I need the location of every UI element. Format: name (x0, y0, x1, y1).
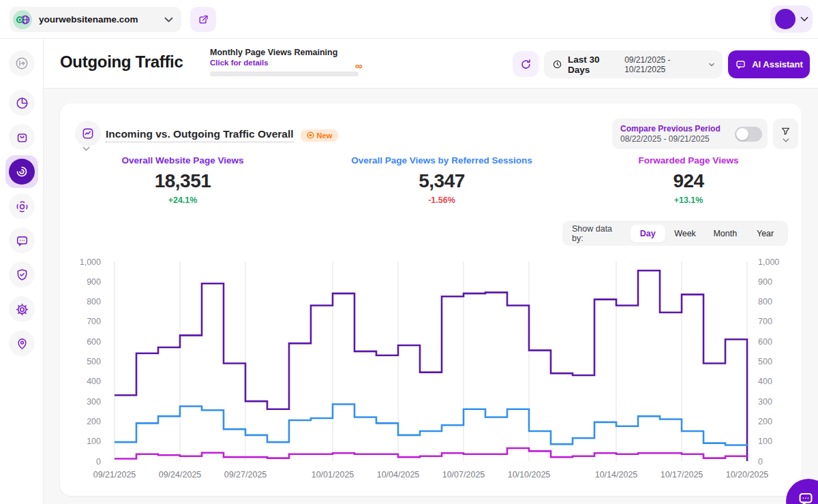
traffic-overview-card: Incoming vs. Outgoing Traffic Overall Ne… (60, 104, 802, 496)
refresh-icon (519, 58, 532, 71)
compare-toggle[interactable] (735, 127, 762, 142)
sidebar-item-settings[interactable] (9, 296, 35, 322)
svg-text:10/17/2025: 10/17/2025 (661, 470, 703, 479)
svg-text:300: 300 (87, 397, 101, 407)
quota-details-link[interactable]: Click for details (210, 59, 374, 67)
svg-text:900: 900 (87, 277, 101, 287)
chat-bubble-icon (15, 234, 29, 248)
website-name: yourwebsitename.com (39, 14, 138, 25)
page-title: Outgoing Traffic (60, 52, 183, 72)
website-favicon-icon (13, 10, 32, 29)
sidebar-item-analytics[interactable] (9, 90, 35, 116)
sidebar-item-messages[interactable] (9, 227, 35, 253)
stat-overall-page-views: Overall Website Page Views 18,351 +24.1% (80, 155, 285, 205)
badge-dot-icon (307, 131, 314, 139)
collapse-sidebar-icon (14, 56, 29, 71)
svg-text:200: 200 (87, 417, 101, 426)
svg-text:09/27/2025: 09/27/2025 (224, 470, 267, 479)
date-range-selector[interactable]: Last 30 Days 09/21/2025 - 10/21/2025 (544, 50, 723, 78)
chevron-down-icon (82, 146, 90, 151)
monthly-quota-label: Monthly Page Views Remaining (210, 48, 374, 57)
svg-text:800: 800 (87, 297, 101, 306)
svg-text:100: 100 (87, 437, 101, 446)
infinity-icon: ∞ (355, 60, 362, 72)
funnel-icon (780, 126, 791, 137)
sidebar-item-location[interactable] (9, 330, 35, 356)
monthly-quota: Monthly Page Views Remaining Click for d… (210, 48, 374, 76)
svg-text:700: 700 (87, 317, 101, 326)
stat-delta: -1.56% (339, 195, 544, 205)
refresh-button[interactable] (513, 51, 539, 77)
svg-text:10/20/2025: 10/20/2025 (726, 470, 769, 479)
svg-text:400: 400 (87, 377, 101, 386)
stat-forwarded-page-views: Forwarded Page Views 924 +13.1% (586, 155, 791, 205)
sidebar-item-collapse[interactable] (9, 50, 35, 76)
date-range-label: Last 30 Days (568, 54, 618, 75)
tab-month[interactable]: Month (705, 225, 745, 242)
tab-year[interactable]: Year (745, 225, 785, 242)
svg-text:10/10/2025: 10/10/2025 (508, 470, 551, 479)
sidebar-item-scan[interactable] (9, 193, 35, 219)
quota-progress-bar (210, 72, 359, 76)
tab-day[interactable]: Day (631, 225, 665, 242)
website-selector[interactable]: yourwebsitename.com (10, 7, 181, 32)
gear-icon (15, 302, 29, 317)
svg-text:700: 700 (758, 317, 772, 326)
svg-text:09/21/2025: 09/21/2025 (93, 470, 136, 479)
avatar (775, 9, 796, 29)
svg-text:1,000: 1,000 (80, 257, 101, 267)
traffic-step-chart[interactable]: 0010010020020030030040040050050060060070… (68, 254, 793, 486)
svg-text:200: 200 (758, 417, 772, 426)
stat-value: 5,347 (339, 170, 544, 192)
svg-text:500: 500 (87, 357, 101, 366)
svg-text:900: 900 (758, 277, 772, 287)
shield-check-icon (15, 268, 29, 282)
svg-text:0: 0 (758, 457, 763, 467)
card-title[interactable]: Incoming vs. Outgoing Traffic Overall (106, 128, 294, 142)
stat-value: 18,351 (80, 170, 285, 192)
svg-text:800: 800 (758, 297, 772, 306)
line-chart-icon (81, 127, 95, 140)
filter-button[interactable] (773, 119, 798, 149)
scan-focus-icon (15, 200, 29, 214)
stat-label: Forwarded Page Views (586, 155, 791, 166)
svg-text:10/01/2025: 10/01/2025 (312, 470, 354, 479)
ai-chat-icon (735, 59, 746, 70)
ai-assistant-button[interactable]: AI Assistant (728, 50, 810, 78)
clock-icon (552, 59, 562, 70)
sidebar-item-traffic-active[interactable] (5, 155, 38, 188)
external-link-icon (197, 14, 209, 26)
tab-week[interactable]: Week (665, 225, 706, 242)
svg-text:09/24/2025: 09/24/2025 (159, 470, 202, 479)
sidebar-item-store[interactable] (9, 124, 35, 150)
chevron-down-icon (709, 63, 714, 67)
svg-text:10/14/2025: 10/14/2025 (595, 470, 638, 479)
sidebar-item-security[interactable] (9, 262, 35, 287)
stat-delta: +13.1% (586, 195, 791, 205)
chevron-down-icon (800, 16, 808, 22)
user-menu[interactable] (770, 5, 813, 33)
map-pin-icon (15, 336, 29, 351)
svg-text:1,000: 1,000 (758, 257, 779, 267)
show-data-by-label: Show data by: (572, 224, 625, 243)
shopping-bag-icon (15, 130, 29, 144)
compare-previous-period: Compare Previous Period 08/22/2025 - 09/… (612, 119, 768, 149)
svg-text:300: 300 (758, 397, 772, 407)
card-title-row: Incoming vs. Outgoing Traffic Overall Ne… (106, 128, 338, 142)
chart-type-dropdown[interactable] (75, 121, 101, 146)
chevron-down-icon (783, 138, 789, 142)
chevron-down-icon (164, 17, 173, 22)
date-range-value: 09/21/2025 - 10/21/2025 (624, 55, 703, 74)
svg-text:100: 100 (758, 437, 772, 446)
ai-assistant-label: AI Assistant (752, 59, 803, 69)
stat-referred-sessions: Overall Page Views by Referred Sessions … (339, 155, 544, 205)
new-badge: New (301, 129, 339, 142)
svg-text:600: 600 (87, 337, 101, 347)
svg-text:600: 600 (758, 337, 772, 347)
compare-label: Compare Previous Period (620, 124, 721, 133)
svg-text:0: 0 (96, 457, 101, 467)
pie-chart-icon (15, 96, 29, 110)
open-website-button[interactable] (190, 7, 216, 32)
svg-text:500: 500 (758, 357, 772, 366)
stat-label: Overall Website Page Views (80, 155, 285, 166)
